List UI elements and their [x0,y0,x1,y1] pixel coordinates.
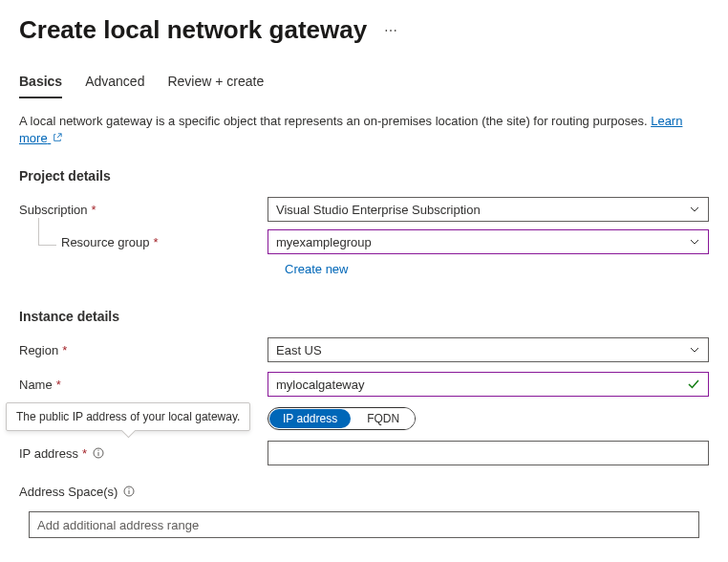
address-range-input[interactable] [29,511,699,538]
info-icon[interactable] [123,486,135,497]
chevron-down-icon [689,344,700,356]
endpoint-option-fqdn[interactable]: FQDN [352,408,415,429]
chevron-down-icon [689,204,700,215]
svg-point-5 [129,488,130,489]
ip-address-input[interactable] [268,441,709,465]
subscription-value: Visual Studio Enterprise Subscription [276,203,481,217]
info-icon[interactable] [93,447,104,459]
tab-advanced[interactable]: Advanced [85,68,144,98]
section-instance-details: Instance details [19,309,709,324]
name-label: Name* [19,378,268,392]
page-title: Create local network gateway [19,15,367,45]
endpoint-option-ip[interactable]: IP address [269,409,351,428]
endpoint-toggle: IP address FQDN [268,407,416,430]
svg-point-2 [97,450,98,451]
tab-review-create[interactable]: Review + create [167,68,264,98]
resource-group-select[interactable]: myexamplegroup [268,229,709,254]
tab-basics[interactable]: Basics [19,68,62,98]
region-value: East US [276,343,322,357]
ip-address-label: IP address* [19,446,268,461]
region-select[interactable]: East US [268,337,709,362]
more-menu-icon[interactable]: ⋯ [384,23,399,38]
external-link-icon [53,133,62,142]
chevron-down-icon [689,236,700,248]
name-value: mylocalgateway [276,378,365,392]
address-spaces-label: Address Space(s) [19,485,268,499]
region-label: Region* [19,343,268,357]
endpoint-tooltip: The public IP address of your local gate… [6,402,250,431]
name-input-wrapper[interactable]: mylocalgateway [268,372,709,397]
tabs: Basics Advanced Review + create [19,68,709,99]
intro-body: A local network gateway is a specific ob… [19,114,651,128]
subscription-label: Subscription* [19,203,268,217]
create-new-link[interactable]: Create new [285,262,348,276]
intro-text: A local network gateway is a specific ob… [19,113,709,147]
check-icon [687,378,700,391]
section-project-details: Project details [19,168,709,184]
resource-group-value: myexamplegroup [276,235,372,249]
resource-group-label: Resource group* [19,235,268,249]
subscription-select[interactable]: Visual Studio Enterprise Subscription [268,197,709,222]
